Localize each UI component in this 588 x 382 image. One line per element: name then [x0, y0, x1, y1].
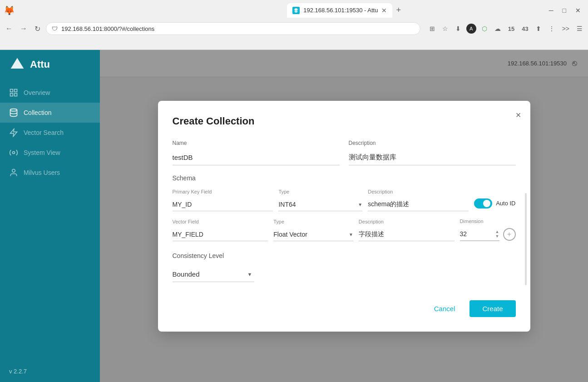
bookmark-icon[interactable]: ☆: [440, 24, 450, 33]
vector-field-label: Vector Field: [173, 219, 268, 224]
svg-point-7: [13, 152, 15, 154]
primary-key-input[interactable]: [173, 198, 273, 211]
sidebar-item-collection[interactable]: Collection: [0, 103, 100, 123]
dimension-control: ▲ ▼ +: [460, 228, 516, 241]
dimension-spinner[interactable]: ▲ ▼: [495, 230, 499, 238]
tab-title: 192.168.56.101:19530 - Attu: [303, 7, 378, 14]
svg-marker-6: [10, 129, 17, 137]
description-label: Description: [349, 140, 516, 146]
modal-footer: Cancel Create: [173, 300, 516, 317]
sidebar-item-system-view-label: System View: [24, 149, 60, 156]
svg-point-8: [12, 169, 15, 173]
dimension-label: Dimension: [460, 218, 516, 224]
back-button[interactable]: ←: [4, 23, 15, 35]
name-label: Name: [173, 140, 340, 146]
primary-key-type-label: Type: [278, 189, 362, 194]
primary-key-field-group: Primary Key Field: [173, 189, 273, 211]
sidebar-item-system-view[interactable]: System View: [0, 143, 100, 163]
svg-rect-1: [10, 89, 13, 92]
sidebar-item-vector-search[interactable]: Vector Search: [0, 123, 100, 143]
main-nav: Overview Collection Vector Search System…: [0, 79, 100, 361]
sidebar-item-overview-label: Overview: [24, 89, 50, 96]
schema-section: Schema Primary Key Field Type INT64: [173, 174, 516, 241]
consistency-level-section: Consistency Level Bounded Strong Session…: [173, 252, 516, 282]
dimension-input[interactable]: [460, 228, 499, 241]
forward-button[interactable]: →: [18, 23, 29, 35]
dimension-up[interactable]: ▲: [495, 230, 499, 234]
more-tools-icon[interactable]: ⋮: [547, 24, 557, 33]
consistency-select-wrapper: Bounded Strong Session Eventually ▼: [173, 267, 254, 282]
qr-icon[interactable]: ⊞: [428, 24, 437, 33]
tab-close-button[interactable]: ✕: [381, 7, 387, 14]
sidebar-item-overview[interactable]: Overview: [0, 83, 100, 103]
counter-43: 43: [520, 25, 530, 33]
vector-desc-input[interactable]: [359, 228, 455, 241]
vector-type-group: Type Float Vector Binary Vector ▼: [273, 219, 353, 241]
description-input[interactable]: [349, 150, 516, 165]
auto-id-toggle[interactable]: [474, 198, 492, 208]
logo-text: Attu: [30, 59, 50, 70]
svg-marker-0: [11, 58, 24, 69]
auto-id-wrapper: Auto ID: [474, 198, 515, 211]
profile-icon[interactable]: A: [466, 24, 476, 34]
primary-key-desc-label: Description: [368, 189, 469, 194]
primary-key-row: Primary Key Field Type INT64 VARCHAR ▼: [173, 189, 516, 211]
tab-favicon: [292, 7, 300, 14]
cloud-icon[interactable]: ☁: [493, 24, 503, 33]
svg-rect-3: [10, 94, 13, 96]
primary-key-type-wrapper: INT64 VARCHAR ▼: [278, 198, 362, 211]
address-bar[interactable]: 🛡 192.168.56.101:8000/?#/collections: [46, 22, 420, 35]
description-group: Description: [349, 140, 516, 165]
name-group: Name: [173, 140, 340, 165]
primary-key-type-select[interactable]: INT64 VARCHAR: [278, 198, 362, 211]
minimize-button[interactable]: ─: [545, 6, 557, 15]
overflow-button[interactable]: >>: [560, 24, 571, 33]
refresh-button[interactable]: ↻: [33, 23, 42, 35]
primary-key-label: Primary Key Field: [173, 189, 273, 194]
create-button[interactable]: Create: [469, 300, 515, 317]
counter-15: 15: [506, 25, 516, 33]
main-content: 192.168.56.101:19530 ⎋ × Create Collecti…: [100, 50, 588, 382]
firefox-icon: 🦊: [4, 5, 15, 16]
add-field-button[interactable]: +: [503, 228, 516, 241]
version-text: v 2.2.7: [0, 361, 100, 382]
vector-type-select[interactable]: Float Vector Binary Vector: [273, 228, 353, 241]
schema-label: Schema: [173, 174, 516, 182]
vector-desc-group: Description: [359, 219, 455, 241]
share-icon[interactable]: ⬆: [534, 24, 543, 33]
address-text: 192.168.56.101:8000/?#/collections: [61, 25, 154, 32]
dimension-group: Dimension ▲ ▼ +: [460, 218, 516, 241]
svg-rect-4: [15, 94, 17, 96]
consistency-select[interactable]: Bounded Strong Session Eventually: [173, 267, 254, 282]
name-description-row: Name Description: [173, 140, 516, 165]
primary-key-type-group: Type INT64 VARCHAR ▼: [278, 189, 362, 211]
vector-desc-label: Description: [359, 219, 455, 224]
sidebar-item-collection-label: Collection: [24, 109, 51, 116]
security-icon: 🛡: [52, 25, 58, 32]
new-tab-button[interactable]: +: [396, 5, 401, 15]
vector-field-input[interactable]: [173, 228, 268, 241]
name-input[interactable]: [173, 150, 340, 165]
sidebar-item-vector-search-label: Vector Search: [24, 129, 64, 136]
svg-point-5: [10, 109, 17, 111]
maximize-button[interactable]: □: [559, 6, 570, 15]
cancel-button[interactable]: Cancel: [427, 301, 463, 316]
close-window-button[interactable]: ✕: [572, 6, 584, 15]
primary-key-desc-group: Description: [368, 189, 469, 211]
create-collection-modal: × Create Collection Name Description: [158, 101, 530, 332]
download-icon[interactable]: ⬇: [454, 24, 463, 33]
consistency-level-label: Consistency Level: [173, 252, 516, 259]
svg-rect-2: [15, 89, 17, 92]
modal-scrollbar: [525, 193, 527, 285]
sidebar: Attu Overview Collection Vector Search: [0, 50, 100, 382]
sidebar-item-milvus-users[interactable]: Milvus Users: [0, 163, 100, 183]
modal-close-button[interactable]: ×: [516, 110, 521, 120]
dimension-down[interactable]: ▼: [495, 234, 499, 238]
browser-tab[interactable]: 192.168.56.101:19530 - Attu ✕: [287, 3, 392, 18]
auto-id-label: Auto ID: [496, 200, 515, 207]
extension-icon[interactable]: ⬡: [480, 24, 489, 33]
vector-field-row: Vector Field Type Float Vector Binary Ve…: [173, 218, 516, 241]
menu-icon[interactable]: ☰: [575, 24, 584, 33]
app-logo: Attu: [0, 50, 100, 79]
primary-key-desc-input[interactable]: [368, 198, 469, 211]
